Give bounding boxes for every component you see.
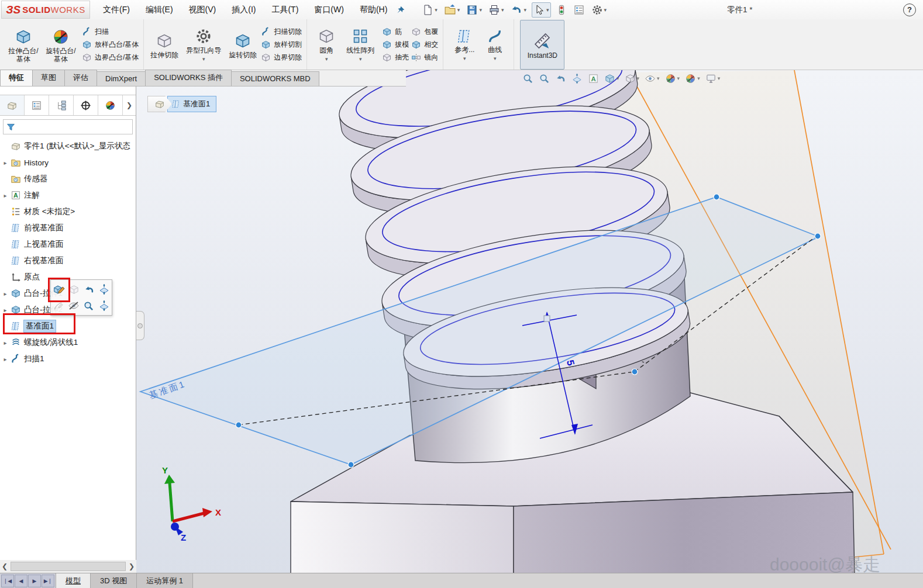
normal-to-icon[interactable]	[98, 283, 110, 295]
zoom-to-fit-icon[interactable]	[522, 73, 533, 84]
tab-features[interactable]: 特征	[0, 70, 33, 86]
extruded-boss-button[interactable]: 拉伸凸台/基体	[5, 26, 42, 64]
last-study-icon[interactable]: ▶❘	[42, 575, 54, 587]
feature-properties-icon[interactable]	[68, 284, 80, 295]
view-orientation-icon[interactable]	[604, 73, 619, 84]
tab-motion-study[interactable]: 运动算例 1	[137, 573, 193, 588]
panel-splitter-handle[interactable]	[136, 311, 144, 340]
next-study-icon[interactable]: ▶	[28, 575, 41, 587]
expand-arrow-icon[interactable]	[0, 192, 11, 199]
select-tool-button[interactable]	[532, 2, 551, 18]
revolved-cut-button[interactable]: 旋转切除	[227, 30, 259, 60]
expand-arrow-icon[interactable]	[0, 307, 11, 313]
zoom-to-selection-icon[interactable]	[83, 300, 94, 312]
menu-help[interactable]: 帮助(H)	[360, 5, 387, 15]
rib-button[interactable]: 筋	[382, 27, 409, 37]
tree-item-right-plane[interactable]: 右视基准面	[0, 253, 136, 269]
annotation-visibility-icon[interactable]	[588, 73, 599, 84]
linear-pattern-caret-icon[interactable]	[359, 54, 362, 63]
tree-item-history[interactable]: History	[0, 154, 136, 171]
draft-button[interactable]: 拔模	[382, 40, 409, 50]
undo-button[interactable]	[509, 2, 528, 17]
panel-horizontal-scrollbar[interactable]: ❮ ❯	[0, 560, 136, 573]
undo-icon[interactable]	[84, 284, 95, 295]
pin-menu-icon[interactable]	[395, 4, 405, 15]
tree-filter-input[interactable]	[3, 119, 133, 134]
hole-wizard-button[interactable]: 异型孔向导	[180, 25, 227, 64]
shell-button[interactable]: 抽壳	[382, 53, 409, 63]
tab-3d-views[interactable]: 3D 视图	[91, 573, 137, 588]
prev-study-icon[interactable]: ◀	[15, 575, 27, 587]
reference-geometry-button[interactable]: 参考...	[448, 26, 481, 63]
tab-evaluate[interactable]: 评估	[64, 70, 97, 86]
open-button[interactable]	[443, 2, 462, 17]
section-view-icon[interactable]	[571, 73, 583, 84]
tree-item-top-plane[interactable]: 上视基准面	[0, 236, 136, 253]
displaymanager-tab[interactable]	[98, 95, 123, 115]
expand-arrow-icon[interactable]	[0, 290, 11, 297]
menu-window[interactable]: 窗口(W)	[314, 5, 344, 15]
tree-item-material[interactable]: 材质 <未指定>	[0, 203, 136, 220]
swept-boss-button[interactable]: 扫描	[82, 27, 139, 37]
swept-cut-button[interactable]: 扫描切除	[261, 27, 302, 37]
help-button[interactable]: ?	[903, 4, 916, 16]
extruded-cut-button[interactable]: 拉伸切除	[149, 30, 180, 60]
expand-arrow-icon[interactable]	[0, 340, 11, 346]
scrollbar-thumb[interactable]	[11, 562, 126, 571]
rebuild-button[interactable]	[555, 3, 568, 17]
intersect-button[interactable]: 相交	[411, 40, 438, 50]
previous-view-icon[interactable]	[555, 73, 566, 84]
tree-item-annotations[interactable]: 注解	[0, 187, 136, 203]
expand-arrow-icon[interactable]	[0, 160, 11, 166]
expand-arrow-icon[interactable]	[0, 356, 11, 362]
dimxpertmanager-tab[interactable]	[74, 95, 98, 115]
menu-view[interactable]: 视图(V)	[189, 5, 216, 15]
menu-file[interactable]: 文件(F)	[103, 5, 130, 15]
revolved-boss-button[interactable]: 旋转凸台/基体	[42, 26, 80, 64]
configurationmanager-tab[interactable]	[49, 95, 74, 115]
view-settings-icon[interactable]	[705, 73, 721, 84]
breadcrumb[interactable]: 基准面1	[147, 96, 216, 112]
display-style-icon[interactable]	[625, 73, 640, 84]
settings-gear-button[interactable]	[590, 3, 608, 17]
mirror-button[interactable]: 镜向	[411, 53, 438, 63]
reference-caret-icon[interactable]	[463, 54, 466, 63]
zoom-to-area-icon[interactable]	[539, 73, 550, 84]
tree-item-sweep1[interactable]: 扫描1	[0, 351, 136, 367]
print-button[interactable]	[487, 3, 505, 17]
tree-root[interactable]: 零件1 (默认<<默认>_显示状态	[0, 138, 136, 154]
new-document-button[interactable]	[421, 3, 439, 17]
options-list-button[interactable]	[572, 3, 586, 17]
apply-scene-icon[interactable]	[685, 73, 700, 84]
first-study-icon[interactable]: ❘◀	[1, 575, 14, 587]
tree-item-sensors[interactable]: 传感器	[0, 171, 136, 187]
hide-show-items-icon[interactable]	[645, 73, 660, 84]
edit-appearance-icon[interactable]	[665, 73, 680, 84]
breadcrumb-plane1[interactable]: 基准面1	[167, 96, 216, 112]
instant3d-button[interactable]: Instant3D	[520, 20, 564, 70]
tab-dimxpert[interactable]: DimXpert	[97, 71, 146, 86]
scroll-right-icon[interactable]: ❯	[127, 562, 136, 570]
menu-edit[interactable]: 编辑(E)	[146, 5, 173, 15]
scroll-left-icon[interactable]: ❮	[0, 562, 9, 570]
panel-expand-icon[interactable]: ❯	[123, 95, 136, 115]
wrap-button[interactable]: 包覆	[411, 27, 438, 37]
curves-button[interactable]: 曲线	[481, 26, 509, 63]
menu-insert[interactable]: 插入(I)	[232, 5, 256, 15]
tab-solidworks-addins[interactable]: SOLIDWORKS 插件	[145, 70, 232, 86]
curves-caret-icon[interactable]	[494, 54, 497, 63]
lofted-boss-button[interactable]: 放样凸台/基体	[82, 40, 139, 50]
propertymanager-tab[interactable]	[25, 95, 49, 115]
tree-item-helix[interactable]: 螺旋线/涡状线1	[0, 334, 136, 351]
boundary-cut-button[interactable]: 边界切除	[261, 53, 302, 63]
fillet-button[interactable]: 圆角	[312, 25, 341, 64]
graphics-area[interactable]: 基准面1 5 Y X Z dooooit@暴走 基准面1	[136, 70, 923, 573]
linear-pattern-button[interactable]: 线性阵列	[341, 25, 380, 64]
lofted-cut-button[interactable]: 放样切割	[261, 40, 302, 50]
tree-item-front-plane[interactable]: 前视基准面	[0, 220, 136, 236]
move-arrows-icon[interactable]	[98, 300, 110, 312]
menu-tools[interactable]: 工具(T)	[271, 5, 298, 15]
save-button[interactable]	[465, 3, 483, 17]
tab-model[interactable]: 模型	[56, 573, 91, 588]
tab-solidworks-mbd[interactable]: SOLIDWORKS MBD	[231, 71, 319, 86]
